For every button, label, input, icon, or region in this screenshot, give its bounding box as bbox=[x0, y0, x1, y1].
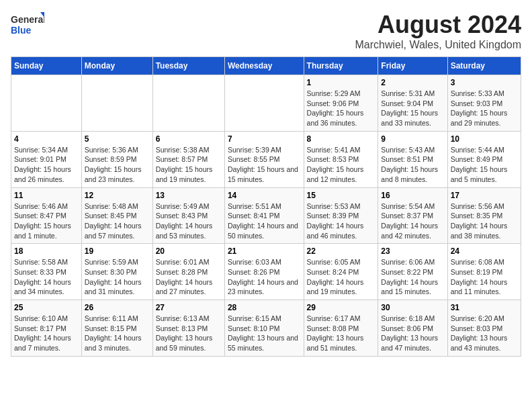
day-info: Sunrise: 5:54 AMSunset: 8:37 PMDaylight:… bbox=[381, 201, 444, 241]
calendar-cell: 16 Sunrise: 5:54 AMSunset: 8:37 PMDaylig… bbox=[378, 187, 447, 244]
day-number: 24 bbox=[451, 246, 518, 256]
day-number: 28 bbox=[228, 303, 301, 312]
day-info: Sunrise: 6:01 AMSunset: 8:28 PMDaylight:… bbox=[156, 257, 222, 297]
day-info: Sunrise: 5:34 AMSunset: 9:01 PMDaylight:… bbox=[14, 145, 79, 185]
day-info: Sunrise: 6:20 AMSunset: 8:03 PMDaylight:… bbox=[451, 314, 518, 353]
calendar-cell: 13 Sunrise: 5:49 AMSunset: 8:43 PMDaylig… bbox=[152, 187, 224, 244]
day-info: Sunrise: 5:48 AMSunset: 8:45 PMDaylight:… bbox=[85, 201, 150, 241]
calendar-cell: 20 Sunrise: 6:01 AMSunset: 8:28 PMDaylig… bbox=[152, 244, 224, 300]
day-number: 23 bbox=[381, 246, 444, 256]
day-number: 2 bbox=[381, 78, 444, 87]
day-number: 8 bbox=[307, 134, 375, 144]
col-saturday: Saturday bbox=[447, 57, 521, 75]
day-number: 14 bbox=[228, 191, 301, 200]
day-info: Sunrise: 6:08 AMSunset: 8:19 PMDaylight:… bbox=[451, 257, 518, 297]
page-header: General Blue August 2024 Marchwiel, Wale… bbox=[11, 11, 521, 51]
calendar-cell: 19 Sunrise: 5:59 AMSunset: 8:30 PMDaylig… bbox=[81, 244, 152, 300]
calendar-week-row: 4 Sunrise: 5:34 AMSunset: 9:01 PMDayligh… bbox=[11, 131, 521, 187]
calendar-cell: 2 Sunrise: 5:31 AMSunset: 9:04 PMDayligh… bbox=[378, 75, 447, 132]
calendar-cell: 1 Sunrise: 5:29 AMSunset: 9:06 PMDayligh… bbox=[304, 75, 378, 132]
day-number: 16 bbox=[381, 191, 444, 200]
calendar-cell bbox=[11, 75, 82, 132]
day-info: Sunrise: 5:49 AMSunset: 8:43 PMDaylight:… bbox=[156, 201, 222, 241]
day-number: 1 bbox=[307, 78, 375, 87]
day-number: 22 bbox=[307, 246, 375, 256]
calendar-cell: 31 Sunrise: 6:20 AMSunset: 8:03 PMDaylig… bbox=[447, 300, 521, 357]
calendar-cell bbox=[224, 75, 304, 132]
day-info: Sunrise: 5:29 AMSunset: 9:06 PMDaylight:… bbox=[307, 89, 375, 128]
day-number: 30 bbox=[381, 303, 444, 312]
day-info: Sunrise: 5:39 AMSunset: 8:55 PMDaylight:… bbox=[228, 145, 301, 185]
calendar-cell bbox=[81, 75, 152, 132]
logo: General Blue bbox=[11, 11, 44, 40]
calendar-cell: 7 Sunrise: 5:39 AMSunset: 8:55 PMDayligh… bbox=[224, 131, 304, 187]
day-info: Sunrise: 6:10 AMSunset: 8:17 PMDaylight:… bbox=[14, 314, 79, 353]
calendar-cell: 29 Sunrise: 6:17 AMSunset: 8:08 PMDaylig… bbox=[304, 300, 378, 357]
calendar-week-row: 18 Sunrise: 5:58 AMSunset: 8:33 PMDaylig… bbox=[11, 244, 521, 300]
calendar-cell: 27 Sunrise: 6:13 AMSunset: 8:13 PMDaylig… bbox=[152, 300, 224, 357]
day-number: 29 bbox=[307, 303, 375, 312]
day-number: 27 bbox=[156, 303, 222, 312]
day-info: Sunrise: 6:18 AMSunset: 8:06 PMDaylight:… bbox=[381, 314, 444, 353]
day-info: Sunrise: 5:56 AMSunset: 8:35 PMDaylight:… bbox=[451, 201, 518, 241]
calendar-cell: 6 Sunrise: 5:38 AMSunset: 8:57 PMDayligh… bbox=[152, 131, 224, 187]
day-number: 25 bbox=[14, 303, 79, 312]
day-info: Sunrise: 6:15 AMSunset: 8:10 PMDaylight:… bbox=[228, 314, 301, 353]
calendar-cell: 23 Sunrise: 6:06 AMSunset: 8:22 PMDaylig… bbox=[378, 244, 447, 300]
calendar-cell: 17 Sunrise: 5:56 AMSunset: 8:35 PMDaylig… bbox=[447, 187, 521, 244]
calendar-week-row: 25 Sunrise: 6:10 AMSunset: 8:17 PMDaylig… bbox=[11, 300, 521, 357]
calendar-cell: 25 Sunrise: 6:10 AMSunset: 8:17 PMDaylig… bbox=[11, 300, 82, 357]
day-number: 15 bbox=[307, 191, 375, 200]
title-area: August 2024 Marchwiel, Wales, United Kin… bbox=[355, 11, 522, 51]
day-number: 13 bbox=[156, 191, 222, 200]
calendar-cell: 3 Sunrise: 5:33 AMSunset: 9:03 PMDayligh… bbox=[447, 75, 521, 132]
calendar-cell: 15 Sunrise: 5:53 AMSunset: 8:39 PMDaylig… bbox=[304, 187, 378, 244]
day-number: 7 bbox=[228, 134, 301, 144]
day-info: Sunrise: 5:31 AMSunset: 9:04 PMDaylight:… bbox=[381, 89, 444, 128]
day-info: Sunrise: 5:51 AMSunset: 8:41 PMDaylight:… bbox=[228, 201, 301, 241]
day-number: 6 bbox=[156, 134, 222, 144]
day-info: Sunrise: 5:33 AMSunset: 9:03 PMDaylight:… bbox=[451, 89, 518, 128]
day-info: Sunrise: 6:13 AMSunset: 8:13 PMDaylight:… bbox=[156, 314, 222, 353]
day-number: 17 bbox=[451, 191, 518, 200]
calendar-cell: 9 Sunrise: 5:43 AMSunset: 8:51 PMDayligh… bbox=[378, 131, 447, 187]
day-number: 10 bbox=[451, 134, 518, 144]
col-wednesday: Wednesday bbox=[224, 57, 304, 75]
calendar-cell: 5 Sunrise: 5:36 AMSunset: 8:59 PMDayligh… bbox=[81, 131, 152, 187]
day-info: Sunrise: 5:58 AMSunset: 8:33 PMDaylight:… bbox=[14, 257, 79, 297]
day-info: Sunrise: 5:53 AMSunset: 8:39 PMDaylight:… bbox=[307, 201, 375, 241]
col-sunday: Sunday bbox=[11, 57, 82, 75]
calendar-cell: 11 Sunrise: 5:46 AMSunset: 8:47 PMDaylig… bbox=[11, 187, 82, 244]
day-info: Sunrise: 5:44 AMSunset: 8:49 PMDaylight:… bbox=[451, 145, 518, 185]
day-number: 4 bbox=[14, 134, 79, 144]
day-info: Sunrise: 6:05 AMSunset: 8:24 PMDaylight:… bbox=[307, 257, 375, 297]
calendar-cell: 21 Sunrise: 6:03 AMSunset: 8:26 PMDaylig… bbox=[224, 244, 304, 300]
svg-text:Blue: Blue bbox=[11, 25, 32, 36]
calendar-cell bbox=[152, 75, 224, 132]
calendar-cell: 24 Sunrise: 6:08 AMSunset: 8:19 PMDaylig… bbox=[447, 244, 521, 300]
svg-text:General: General bbox=[11, 14, 44, 25]
col-monday: Monday bbox=[81, 57, 152, 75]
calendar-title: August 2024 bbox=[355, 11, 522, 39]
calendar-header-row: Sunday Monday Tuesday Wednesday Thursday… bbox=[11, 57, 521, 75]
day-number: 12 bbox=[85, 191, 150, 200]
day-info: Sunrise: 5:43 AMSunset: 8:51 PMDaylight:… bbox=[381, 145, 444, 185]
calendar-cell: 4 Sunrise: 5:34 AMSunset: 9:01 PMDayligh… bbox=[11, 131, 82, 187]
day-number: 9 bbox=[381, 134, 444, 144]
day-number: 19 bbox=[85, 246, 150, 256]
calendar-week-row: 11 Sunrise: 5:46 AMSunset: 8:47 PMDaylig… bbox=[11, 187, 521, 244]
day-info: Sunrise: 6:03 AMSunset: 8:26 PMDaylight:… bbox=[228, 257, 301, 297]
col-thursday: Thursday bbox=[304, 57, 378, 75]
calendar-table: Sunday Monday Tuesday Wednesday Thursday… bbox=[11, 56, 521, 357]
day-number: 21 bbox=[228, 246, 301, 256]
day-info: Sunrise: 5:36 AMSunset: 8:59 PMDaylight:… bbox=[85, 145, 150, 185]
logo-svg: General Blue bbox=[11, 11, 44, 40]
day-info: Sunrise: 6:11 AMSunset: 8:15 PMDaylight:… bbox=[85, 314, 150, 353]
day-info: Sunrise: 6:17 AMSunset: 8:08 PMDaylight:… bbox=[307, 314, 375, 353]
day-number: 18 bbox=[14, 246, 79, 256]
day-number: 5 bbox=[85, 134, 150, 144]
day-number: 11 bbox=[14, 191, 79, 200]
day-number: 26 bbox=[85, 303, 150, 312]
col-friday: Friday bbox=[378, 57, 447, 75]
calendar-cell: 8 Sunrise: 5:41 AMSunset: 8:53 PMDayligh… bbox=[304, 131, 378, 187]
